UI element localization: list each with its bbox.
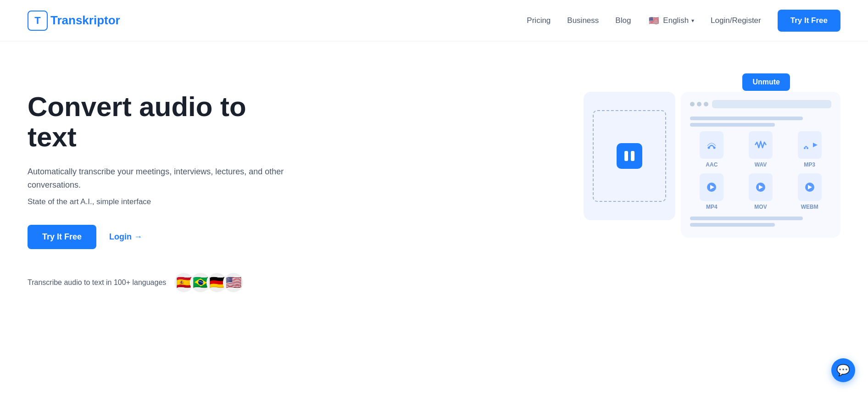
language-selector[interactable]: 🇺🇸 English ▾ — [647, 14, 694, 27]
mp4-play-icon — [707, 183, 716, 192]
languages-text: Transcribe audio to text in 100+ languag… — [28, 278, 166, 287]
illustration-wrap: AAC WAV — [584, 92, 840, 238]
text-lines — [690, 117, 831, 127]
navbar: T Transkriptor Pricing Business Blog 🇺🇸 … — [0, 0, 868, 41]
svg-point-1 — [713, 147, 716, 149]
pause-bar-left — [624, 151, 628, 161]
us-flag: 🇺🇸 — [647, 14, 660, 27]
file-item-webm: WEBM — [788, 173, 831, 210]
bottom-text-lines — [690, 217, 831, 227]
hero-title: Convert audio to text — [28, 92, 294, 152]
login-register-link[interactable]: Login/Register — [711, 16, 761, 25]
svg-point-2 — [804, 147, 806, 149]
webm-play-icon — [805, 183, 814, 192]
svg-point-3 — [807, 147, 808, 149]
text-line-2 — [690, 123, 775, 127]
hero-description: Automatically transcribe your meetings, … — [28, 165, 294, 192]
nav-links: Pricing Business Blog 🇺🇸 English ▾ Login… — [527, 10, 840, 32]
nav-blog[interactable]: Blog — [615, 16, 631, 25]
file-item-wav: WAV — [739, 131, 783, 168]
webm-label: WEBM — [801, 204, 818, 210]
file-item-aac: AAC — [690, 131, 734, 168]
mp4-icon — [700, 173, 723, 201]
hero-illustration: Unmute — [584, 78, 840, 238]
mov-label: MOV — [754, 204, 767, 210]
text-line-4 — [690, 223, 775, 227]
chevron-down-icon: ▾ — [691, 17, 694, 24]
browser-dot-2 — [697, 102, 701, 106]
browser-dots — [690, 102, 708, 106]
mov-play-icon — [756, 183, 765, 192]
svg-marker-4 — [813, 143, 818, 147]
nav-pricing[interactable]: Pricing — [527, 16, 551, 25]
chat-bubble-button[interactable]: 💬 — [831, 358, 855, 382]
flags-stack: 🇪🇸 🇧🇷 🇩🇪 🇺🇸 — [173, 272, 244, 293]
browser-search-bar — [712, 100, 831, 108]
dashed-upload-box — [593, 110, 666, 202]
languages-row: Transcribe audio to text in 100+ languag… — [28, 272, 294, 293]
flag-american: 🇺🇸 — [223, 272, 244, 293]
browser-dot-1 — [690, 102, 695, 106]
play-triangle-webm — [808, 185, 812, 189]
audio-panel — [584, 92, 675, 220]
mp3-icon — [798, 131, 822, 159]
wav-label: WAV — [755, 161, 767, 168]
mp4-label: MP4 — [706, 204, 718, 210]
hero-buttons: Try It Free Login → — [28, 225, 294, 249]
browser-bar — [690, 100, 831, 108]
pause-bar-right — [631, 151, 634, 161]
logo-text: Transkriptor — [50, 13, 120, 28]
mov-icon — [749, 173, 773, 201]
mp3-label: MP3 — [804, 161, 815, 168]
file-type-grid: AAC WAV — [690, 131, 831, 210]
svg-point-0 — [708, 147, 710, 149]
wav-icon — [749, 131, 773, 159]
logo-link[interactable]: T Transkriptor — [28, 11, 120, 31]
hero-try-it-free-button[interactable]: Try It Free — [28, 225, 96, 249]
files-panel: AAC WAV — [681, 92, 840, 238]
nav-try-it-free-button[interactable]: Try It Free — [778, 10, 840, 32]
language-label: English — [663, 16, 689, 25]
hero-left: Convert audio to text Automatically tran… — [28, 78, 294, 293]
hero-section: Convert audio to text Automatically tran… — [0, 41, 868, 321]
text-line-1 — [690, 117, 803, 120]
file-item-mov: MOV — [739, 173, 783, 210]
file-item-mp3: MP3 — [788, 131, 831, 168]
browser-dot-3 — [704, 102, 708, 106]
play-triangle-mov — [759, 185, 763, 189]
file-item-mp4: MP4 — [690, 173, 734, 210]
aac-icon — [700, 131, 723, 159]
pause-button[interactable] — [617, 143, 642, 169]
webm-icon — [798, 173, 822, 201]
logo-icon: T — [28, 11, 48, 31]
play-triangle-mp4 — [710, 185, 714, 189]
nav-business[interactable]: Business — [567, 16, 599, 25]
chat-icon: 💬 — [836, 364, 850, 377]
hero-login-link[interactable]: Login → — [109, 232, 142, 242]
hero-subtext: State of the art A.I., simple interface — [28, 197, 294, 206]
aac-label: AAC — [706, 161, 718, 168]
unmute-button[interactable]: Unmute — [742, 73, 790, 91]
text-line-3 — [690, 217, 803, 220]
